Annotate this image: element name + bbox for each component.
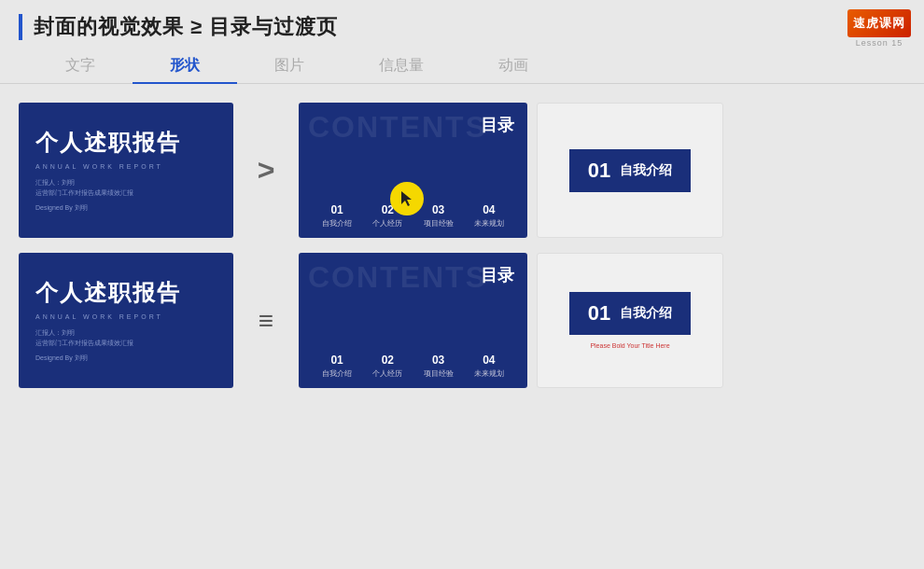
- slide-white-1: 01 自我介绍: [537, 103, 723, 238]
- header-accent-bar: [19, 14, 22, 40]
- header: 封面的视觉效果 ≥ 目录与过渡页 速虎课网 Lesson 15: [0, 0, 924, 49]
- slide-white-1-box: 01 自我介绍: [569, 149, 691, 192]
- contents2-items: 01 自我介绍 02 个人经历 03 项目经验 04 未来规划: [312, 346, 514, 379]
- slide1-designer: Designed By 刘明: [35, 203, 217, 213]
- tab-image[interactable]: 图片: [237, 49, 342, 83]
- logo-lesson: Lesson 15: [856, 38, 903, 48]
- slide-white-2-num: 01: [588, 301, 610, 326]
- slide2-sub-title: ANNUAL WORK REPORT: [35, 313, 217, 320]
- slide2-designer: Designed By 刘明: [35, 354, 217, 363]
- slide-blue-1: 个人述职报告 ANNUAL WORK REPORT 汇报人：刘明 运营部门工作对…: [19, 103, 233, 238]
- cont-item-3: 04 未来规划: [474, 203, 504, 229]
- cont-item-0: 01 自我介绍: [322, 203, 352, 229]
- slide1-main-title: 个人述职报告: [35, 128, 217, 158]
- row2-symbol: ≡: [243, 306, 289, 336]
- slide-white-2-sub: Please Bold Your Title Here: [590, 342, 669, 349]
- slide-contents-2: CONTENTS 目录 01 自我介绍 02 个人经历 03 项目经验 04 未…: [299, 253, 527, 388]
- slide-contents-1: CONTENTS 目录 01 自我介绍 02 个人经历 03 项目经验 04 未…: [299, 103, 527, 238]
- tab-animation[interactable]: 动画: [461, 49, 566, 83]
- slide-white-1-title: 自我介绍: [620, 162, 672, 179]
- logo: 速虎课网 Lesson 15: [847, 9, 911, 48]
- contents-title: 目录: [312, 114, 514, 136]
- contents2-title: 目录: [312, 264, 514, 286]
- row2: 个人述职报告 ANNUAL WORK REPORT 汇报人：刘明 运营部门工作对…: [19, 253, 905, 388]
- slide2-author: 汇报人：刘明 运营部门工作对报告成果绩效汇报: [35, 327, 217, 348]
- slide-blue-2: 个人述职报告 ANNUAL WORK REPORT 汇报人：刘明 运营部门工作对…: [19, 253, 233, 388]
- row1-symbol: >: [243, 153, 289, 187]
- main-content: 个人述职报告 ANNUAL WORK REPORT 汇报人：刘明 运营部门工作对…: [0, 93, 924, 397]
- logo-icon: 速虎课网: [847, 9, 911, 37]
- tab-text[interactable]: 文字: [28, 49, 133, 83]
- slide-white-2: 01 自我介绍 Please Bold Your Title Here: [537, 253, 723, 388]
- slide-white-2-box: 01 自我介绍: [569, 292, 691, 335]
- row1: 个人述职报告 ANNUAL WORK REPORT 汇报人：刘明 运营部门工作对…: [19, 103, 905, 238]
- slide-white-2-title: 自我介绍: [620, 305, 672, 322]
- cont2-item-1: 02 个人经历: [372, 354, 402, 379]
- cursor-arrow-icon: [399, 189, 414, 208]
- tab-info[interactable]: 信息量: [342, 49, 461, 83]
- slide1-sub-title: ANNUAL WORK REPORT: [35, 163, 217, 170]
- page-title: 封面的视觉效果 ≥ 目录与过渡页: [34, 13, 338, 41]
- cont2-item-3: 04 未来规划: [474, 354, 504, 379]
- slide1-author: 汇报人：刘明 运营部门工作对报告成果绩效汇报: [35, 177, 217, 198]
- slide2-main-title: 个人述职报告: [35, 278, 217, 308]
- cont-item-2: 03 项目经验: [424, 203, 454, 229]
- slide-white-1-num: 01: [588, 159, 610, 183]
- tab-shape[interactable]: 形状: [133, 49, 237, 83]
- nav-tabs: 文字 形状 图片 信息量 动画: [0, 49, 924, 84]
- yellow-cursor: [390, 182, 424, 215]
- cont2-item-0: 01 自我介绍: [322, 354, 352, 379]
- cont2-item-2: 03 项目经验: [424, 354, 454, 379]
